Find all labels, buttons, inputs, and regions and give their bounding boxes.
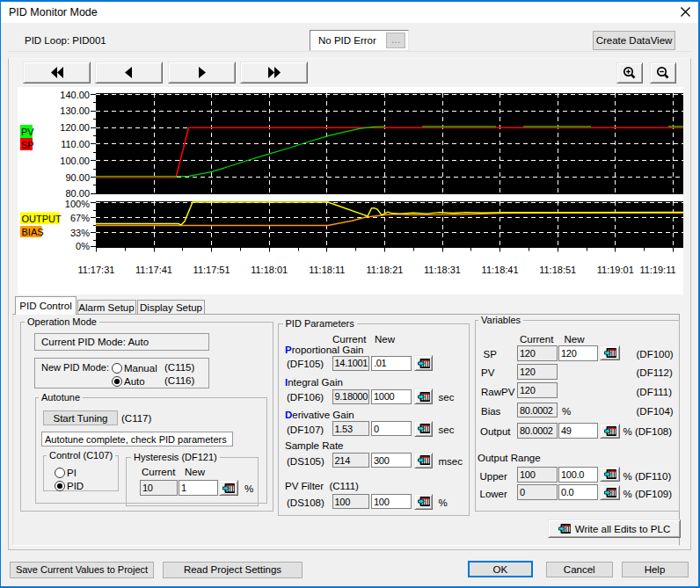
svg-text:11:19:11: 11:19:11 (639, 265, 675, 275)
svg-text:67%: 67% (70, 213, 90, 223)
svg-text:11:18:31: 11:18:31 (424, 265, 461, 275)
svg-text:11:18:11: 11:18:11 (309, 265, 345, 275)
svg-text:140.00: 140.00 (60, 90, 90, 100)
svg-text:80.00: 80.00 (65, 188, 90, 199)
svg-text:0%: 0% (76, 241, 90, 251)
svg-text:11:19:01: 11:19:01 (597, 265, 634, 275)
svg-text:120.00: 120.00 (60, 122, 90, 133)
svg-text:110.00: 110.00 (61, 139, 90, 149)
svg-text:OUTPUT: OUTPUT (22, 214, 62, 224)
svg-text:130.00: 130.00 (60, 105, 90, 116)
svg-text:100.00: 100.00 (60, 156, 90, 166)
svg-text:11:18:41: 11:18:41 (482, 265, 519, 275)
svg-text:BIAS: BIAS (22, 227, 44, 237)
svg-text:11:18:21: 11:18:21 (366, 265, 403, 275)
svg-text:90.00: 90.00 (65, 172, 90, 183)
svg-text:11:17:41: 11:17:41 (135, 265, 172, 275)
svg-text:33%: 33% (70, 228, 90, 238)
svg-text:11:18:51: 11:18:51 (539, 265, 576, 275)
svg-text:PV: PV (21, 127, 34, 137)
svg-text:11:17:31: 11:17:31 (77, 265, 114, 275)
svg-text:SP: SP (21, 140, 34, 150)
svg-text:100%: 100% (65, 199, 90, 209)
svg-text:11:18:01: 11:18:01 (251, 265, 288, 275)
svg-text:11:17:51: 11:17:51 (193, 265, 230, 275)
